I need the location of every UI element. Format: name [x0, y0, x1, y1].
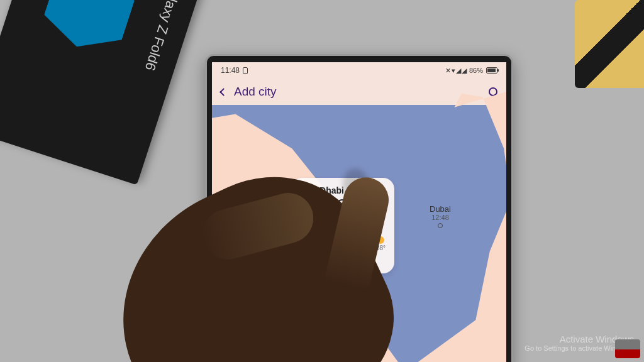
desk-object: [575, 0, 644, 88]
battery-icon: [486, 67, 497, 74]
temperature: 38°: [376, 244, 386, 251]
tablet-device: 11:48 ✕ ▾ ◢ ◢ 86% Add city Abu: [205, 54, 513, 362]
city-detail-card[interactable]: Abu Dhabi 12:48 Today 1 hour ahead 05:53: [291, 178, 394, 273]
product-box-badge: [38, 0, 141, 59]
card-time: 12:48: [300, 195, 386, 216]
dubai-label-name: Dubai: [430, 204, 451, 214]
chevron-left-icon: [219, 88, 228, 96]
card-offset-label: 1 hour ahead: [300, 224, 386, 233]
channel-badge: [615, 339, 640, 358]
tablet-screen: 11:48 ✕ ▾ ◢ ◢ 86% Add city Abu: [212, 62, 506, 362]
card-today-label: Today: [300, 216, 386, 224]
weather-info: 38°: [376, 236, 386, 251]
card-city-name: Abu Dhabi: [300, 185, 386, 195]
status-bar: 11:48 ✕ ▾ ◢ ◢ 86%: [212, 62, 506, 79]
product-box-label: Galaxy Z Fold6: [142, 0, 186, 73]
add-city-button[interactable]: Add: [300, 258, 386, 267]
map-marker-dubai[interactable]: Dubai 12:48: [430, 204, 451, 228]
page-title: Add city: [234, 85, 277, 99]
sunset-time: 19:02: [306, 244, 322, 251]
lock-icon: [243, 67, 248, 74]
sun-icon: [377, 236, 384, 244]
sun-times: 05:53 19:02: [300, 236, 322, 251]
back-button[interactable]: Add city: [221, 85, 277, 99]
map-marker-ring-icon: [438, 223, 443, 228]
map-marker-abu-dhabi[interactable]: Abu Dhabi: [344, 293, 385, 303]
signal-icon: ✕ ▾ ◢ ◢: [445, 67, 466, 75]
sunset-icon: [300, 246, 304, 250]
sunrise-time: 05:53: [306, 236, 322, 243]
dubai-label-time: 12:48: [430, 214, 451, 221]
battery-percent: 86%: [469, 67, 483, 74]
product-box: Galaxy Z Fold6: [0, 0, 207, 185]
status-time: 11:48: [221, 66, 240, 75]
world-map[interactable]: Abu Dhabi 12:48 Today 1 hour ahead 05:53: [212, 105, 506, 362]
sunrise-icon: [300, 238, 304, 242]
